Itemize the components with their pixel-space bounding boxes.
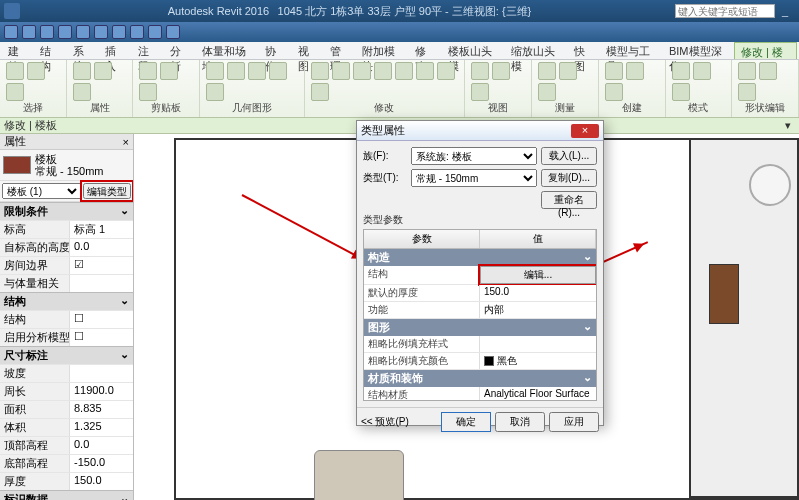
ribbon-tool-icon[interactable] <box>672 62 690 80</box>
apply-button[interactable]: 应用 <box>549 412 599 432</box>
ribbon-tab[interactable]: 视图 <box>292 42 324 59</box>
ribbon-tab[interactable]: 体量和场地 <box>196 42 259 59</box>
ribbon-tool-icon[interactable] <box>311 62 329 80</box>
ribbon-tool-icon[interactable] <box>94 62 112 80</box>
ribbon-tab[interactable]: 楼板山头模 <box>442 42 505 59</box>
prop-row[interactable]: 结构☐ <box>0 310 133 328</box>
prop-row[interactable]: 标高标高 1 <box>0 220 133 238</box>
prop-row[interactable]: 顶部高程0.0 <box>0 436 133 454</box>
qat-open-icon[interactable] <box>4 25 18 39</box>
param-row[interactable]: 结构编辑... <box>364 266 596 285</box>
ribbon-tool-icon[interactable] <box>471 62 489 80</box>
family-select[interactable]: 系统族: 楼板 <box>411 147 537 165</box>
prop-category[interactable]: 标识数据⌄ <box>0 490 133 500</box>
ribbon-tab[interactable]: 快图 <box>568 42 600 59</box>
ribbon-tool-icon[interactable] <box>374 62 392 80</box>
param-row[interactable]: 粗略比例填充样式 <box>364 336 596 353</box>
ribbon-tool-icon[interactable] <box>73 62 91 80</box>
ribbon-tool-icon[interactable] <box>693 62 711 80</box>
ribbon-tool-icon[interactable] <box>227 62 245 80</box>
param-category[interactable]: 构造⌄ <box>364 249 596 266</box>
ribbon-tool-icon[interactable] <box>437 62 455 80</box>
ribbon-tab[interactable]: 注释 <box>132 42 164 59</box>
qat-redo-icon[interactable] <box>58 25 72 39</box>
ribbon-tool-icon[interactable] <box>206 62 224 80</box>
prop-row[interactable]: 周长11900.0 <box>0 382 133 400</box>
param-value[interactable]: 黑色 <box>480 353 596 369</box>
param-value[interactable] <box>480 336 596 352</box>
dialog-close-button[interactable]: × <box>571 124 599 138</box>
qat-sync-icon[interactable] <box>76 25 90 39</box>
ribbon-tool-icon[interactable] <box>605 83 623 101</box>
options-expand-icon[interactable]: ▾ <box>781 119 795 132</box>
edit-type-button[interactable]: 编辑类型 <box>83 183 131 199</box>
ribbon-tab[interactable]: 模型与工具 <box>600 42 663 59</box>
edit-structure-button[interactable]: 编辑... <box>480 266 596 284</box>
qat-text-icon[interactable] <box>130 25 144 39</box>
ribbon-tool-icon[interactable] <box>6 62 24 80</box>
ribbon-tool-icon[interactable] <box>759 62 777 80</box>
preview-toggle[interactable]: << 预览(P) <box>361 412 409 432</box>
prop-row[interactable]: 自标高的高度偏移0.0 <box>0 238 133 256</box>
ribbon-tab[interactable]: 修改 | 楼板 <box>734 42 797 59</box>
prop-row[interactable]: 与体量相关 <box>0 274 133 292</box>
instance-selector[interactable]: 楼板 (1) <box>2 183 81 199</box>
prop-category[interactable]: 结构⌄ <box>0 292 133 310</box>
ribbon-tool-icon[interactable] <box>73 83 91 101</box>
help-search-input[interactable] <box>675 4 775 18</box>
qat-undo-icon[interactable] <box>40 25 54 39</box>
ribbon-tool-icon[interactable] <box>311 83 329 101</box>
param-category[interactable]: 图形⌄ <box>364 319 596 336</box>
type-select[interactable]: 常规 - 150mm <box>411 169 537 187</box>
prop-row[interactable]: 启用分析模型☐ <box>0 328 133 346</box>
param-row[interactable]: 默认的厚度150.0 <box>364 285 596 302</box>
ribbon-tool-icon[interactable] <box>471 83 489 101</box>
view-cube[interactable] <box>749 164 791 206</box>
ribbon-tool-icon[interactable] <box>269 62 287 80</box>
param-value[interactable]: Analytical Floor Surface <box>480 387 596 401</box>
ribbon-tab[interactable]: 分析 <box>164 42 196 59</box>
app-icon[interactable] <box>4 3 20 19</box>
prop-row[interactable]: 底部高程-150.0 <box>0 454 133 472</box>
prop-row[interactable]: 面积8.835 <box>0 400 133 418</box>
param-row[interactable]: 功能内部 <box>364 302 596 319</box>
param-value[interactable]: 150.0 <box>480 285 596 301</box>
cancel-button[interactable]: 取消 <box>495 412 545 432</box>
ribbon-tool-icon[interactable] <box>605 62 623 80</box>
ok-button[interactable]: 确定 <box>441 412 491 432</box>
ribbon-tab[interactable]: 协作 <box>259 42 291 59</box>
ribbon-tool-icon[interactable] <box>139 83 157 101</box>
param-value[interactable]: 内部 <box>480 302 596 318</box>
ribbon-tool-icon[interactable] <box>738 62 756 80</box>
ribbon-tool-icon[interactable] <box>248 62 266 80</box>
ribbon-tool-icon[interactable] <box>672 83 690 101</box>
minimize-button[interactable]: _ <box>775 5 795 17</box>
ribbon-tool-icon[interactable] <box>27 62 45 80</box>
ribbon-tool-icon[interactable] <box>139 62 157 80</box>
qat-3d-icon[interactable] <box>148 25 162 39</box>
ribbon-tab[interactable]: 系统 <box>67 42 99 59</box>
load-button[interactable]: 载入(L)... <box>541 147 597 165</box>
prop-row[interactable]: 体积1.325 <box>0 418 133 436</box>
ribbon-tool-icon[interactable] <box>353 62 371 80</box>
ribbon-tab[interactable]: 插入 <box>99 42 131 59</box>
ribbon-tool-icon[interactable] <box>559 62 577 80</box>
ribbon-tab[interactable]: BIM模型深化 <box>663 42 734 59</box>
prop-row[interactable]: 房间边界☑ <box>0 256 133 274</box>
qat-align-icon[interactable] <box>112 25 126 39</box>
ribbon-tool-icon[interactable] <box>738 83 756 101</box>
ribbon-tab[interactable]: 管理 <box>324 42 356 59</box>
dialog-titlebar[interactable]: 类型属性 × <box>357 121 603 141</box>
ribbon-tool-icon[interactable] <box>538 62 556 80</box>
ribbon-tool-icon[interactable] <box>538 83 556 101</box>
ribbon-tab[interactable]: 建筑 <box>2 42 34 59</box>
prop-row[interactable]: 厚度150.0 <box>0 472 133 490</box>
ribbon-tab[interactable]: 结构 <box>34 42 66 59</box>
rename-button[interactable]: 重命名(R)... <box>541 191 597 209</box>
ribbon-tool-icon[interactable] <box>416 62 434 80</box>
qat-measure-icon[interactable] <box>94 25 108 39</box>
ribbon-tool-icon[interactable] <box>492 62 510 80</box>
qat-section-icon[interactable] <box>166 25 180 39</box>
type-selector[interactable]: 楼板常规 - 150mm <box>0 150 133 181</box>
param-row[interactable]: 结构材质Analytical Floor Surface <box>364 387 596 401</box>
